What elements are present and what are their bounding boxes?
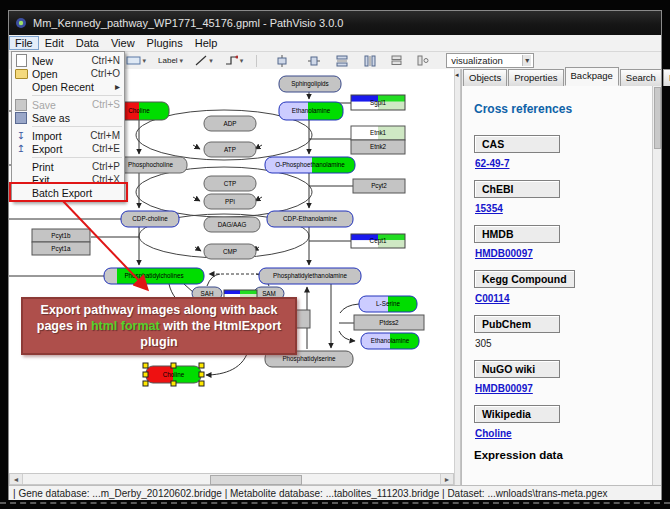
menubar-item-help[interactable]: Help (189, 36, 224, 50)
node-etnk2[interactable]: Etnk2 (351, 140, 405, 154)
scroll-left-icon[interactable]: ◄ (10, 474, 23, 484)
file-menu-item-new[interactable]: NewCtrl+N (12, 54, 124, 67)
node-ctp[interactable]: CTP (204, 176, 256, 191)
titlebar[interactable]: Mm_Kennedy_pathway_WP1771_45176.gpml - P… (9, 11, 661, 35)
node-label: Phosphocholine (128, 161, 173, 169)
panel-vertical-scrollbar[interactable] (652, 86, 661, 485)
distribute-vertical-icon (336, 55, 348, 67)
node-ethanolamine-bottom[interactable]: Ethanolamine (361, 333, 419, 349)
menubar: FileEditDataViewPluginsHelp (9, 35, 661, 52)
node-label: ATP (224, 146, 236, 153)
stack-horizontal-button[interactable] (414, 53, 432, 69)
xref-link-hmdb00097[interactable]: HMDB00097 (475, 383, 533, 394)
node-cdp-choline[interactable]: CDP-choline (121, 211, 179, 227)
tab-objects[interactable]: Objects (463, 69, 507, 86)
tab-properties[interactable]: Properties (508, 69, 563, 86)
tab-search[interactable]: Search (620, 69, 662, 86)
file-menu-item-exit[interactable]: ExitCtrl+X (12, 173, 124, 186)
node-phosphatidylethanolamine[interactable]: Phosphatidylethanolamine (259, 268, 361, 284)
xref-link-hmdb00097[interactable]: HMDB00097 (475, 248, 533, 259)
scrollbar-thumb[interactable] (654, 87, 661, 149)
file-menu-item-export[interactable]: ↥ExportCtrl+E (12, 142, 124, 155)
crossref-heading: Cross references (474, 102, 652, 116)
node-sgpl1[interactable]: Sgpl1 (351, 95, 405, 110)
stack-vertical-button[interactable] (387, 53, 406, 69)
node-pcyt1a[interactable]: Pcyt1a (32, 242, 90, 255)
file-menu-item-save-as[interactable]: Save as (12, 111, 124, 124)
node-choline-selected[interactable]: Choline (143, 363, 204, 386)
node-sphingolipids[interactable]: Sphingolipids (279, 76, 341, 92)
node-label: CTP (224, 180, 237, 187)
node-etnk1[interactable]: Etnk1 (351, 126, 405, 140)
distribute-vertical-button[interactable] (333, 53, 351, 69)
node-ethanolamine-top[interactable]: Ethanolamine (279, 102, 343, 120)
xref-link-choline[interactable]: Choline (475, 428, 512, 439)
node-ptdss2[interactable]: Ptdss2 (354, 315, 424, 330)
selection-handle[interactable] (143, 381, 148, 386)
node-pcyt2[interactable]: Pcyt2 (353, 179, 405, 193)
selection-handle[interactable] (143, 372, 148, 377)
menubar-item-data[interactable]: Data (70, 36, 105, 50)
dropdown-caret-icon[interactable]: ▾ (143, 57, 147, 65)
save-icon (14, 112, 28, 123)
file-menu-item-open-recent[interactable]: Open Recent▸ (12, 80, 124, 93)
node-label: Cept1 (370, 237, 387, 245)
side-panel-tabs: ObjectsPropertiesBackpageSearchLegend (462, 69, 661, 87)
gene-box-icon (126, 55, 141, 66)
tab-legend[interactable]: Legend (663, 69, 670, 86)
menubar-item-file[interactable]: File (9, 36, 39, 50)
node-ppi[interactable]: PPi (204, 194, 256, 209)
file-menu-item-import[interactable]: ↧ImportCtrl+M (12, 129, 124, 142)
xref-value: HMDB00097 (475, 383, 652, 394)
canvas-horizontal-scrollbar[interactable]: ◄ ► (9, 473, 454, 485)
selection-handle[interactable] (171, 381, 176, 386)
node-dag-aag[interactable]: DAG/AAG (204, 217, 260, 232)
node-adp[interactable]: ADP (204, 116, 256, 131)
node-cept1[interactable]: Cept1 (351, 234, 405, 248)
selection-handle[interactable] (143, 363, 148, 368)
selection-handle[interactable] (199, 381, 204, 386)
xref-link-c00114[interactable]: C00114 (475, 293, 509, 304)
dropdown-caret-icon[interactable]: ▾ (209, 57, 213, 65)
scroll-right-icon[interactable]: ► (440, 474, 453, 484)
dropdown-caret-icon[interactable]: ▾ (180, 57, 184, 65)
split-pane-divider[interactable]: ◂ (454, 69, 461, 485)
node-pcyt1b[interactable]: Pcyt1b (32, 229, 90, 242)
node-phosphatidylcholines[interactable]: Phosphatidylcholines (104, 268, 204, 284)
xref-link-62-49-7[interactable]: 62-49-7 (475, 158, 509, 169)
menubar-item-edit[interactable]: Edit (39, 36, 70, 50)
selection-handle[interactable] (171, 363, 176, 368)
xref-link-15354[interactable]: 15354 (475, 203, 503, 214)
annotation-callout: Export pathway images along with back pa… (21, 297, 297, 355)
node-cdp-ethanolamine[interactable]: CDP-Ethanolamine (267, 211, 353, 227)
node-label: SAH (201, 290, 214, 297)
align-center-x-button[interactable] (273, 53, 291, 69)
label-tool-button[interactable]: Label ▾ (155, 53, 186, 69)
toolbar-separator (256, 55, 257, 67)
dropdown-caret-icon[interactable]: ▾ (522, 55, 531, 66)
node-l-serine[interactable]: L-Serine (359, 296, 417, 312)
align-center-y-button[interactable] (305, 53, 323, 69)
selection-handle[interactable] (199, 363, 204, 368)
selection-handle[interactable] (199, 372, 204, 377)
visualization-combobox[interactable]: visualization ▾ (446, 53, 534, 68)
file-menu-item-print[interactable]: PrintCtrl+P (12, 160, 124, 173)
node-atp[interactable]: ATP (204, 142, 256, 157)
menubar-item-view[interactable]: View (105, 36, 141, 50)
file-menu-item-open[interactable]: OpenCtrl+O (12, 67, 124, 80)
no-icon (14, 187, 28, 198)
dropdown-caret-icon[interactable]: ▾ (240, 57, 244, 65)
file-menu-item-save[interactable]: SaveCtrl+S (12, 98, 124, 111)
distribute-horizontal-button[interactable] (361, 53, 379, 69)
line-tool-button[interactable]: ▾ (192, 53, 216, 69)
node-cmp[interactable]: CMP (204, 244, 256, 259)
node-o-phosphoethanolamine[interactable]: O-Phosphoethanolamine (265, 157, 355, 173)
collapse-panel-icon[interactable]: ◂ (455, 71, 459, 79)
tab-backpage[interactable]: Backpage (565, 67, 619, 86)
scrollbar-thumb[interactable] (210, 475, 302, 485)
connector-tool-button[interactable]: ▾ (222, 53, 247, 69)
gene-product-tool-button[interactable]: ▾ (123, 53, 150, 69)
menubar-item-plugins[interactable]: Plugins (141, 36, 189, 50)
annotation-text: Export pathway images along with back pa… (23, 302, 295, 351)
file-menu-item-batch-export[interactable]: Batch Export (12, 186, 124, 199)
